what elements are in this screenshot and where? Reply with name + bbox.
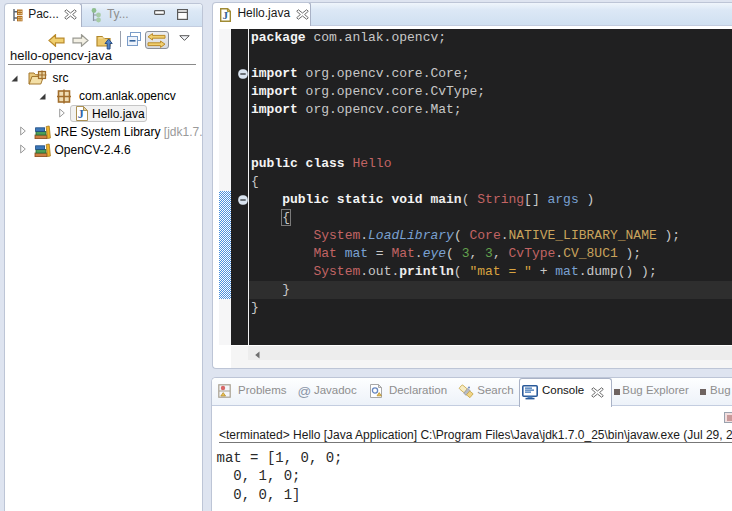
svg-text:J: J (78, 107, 84, 121)
svg-text:J: J (222, 9, 228, 21)
